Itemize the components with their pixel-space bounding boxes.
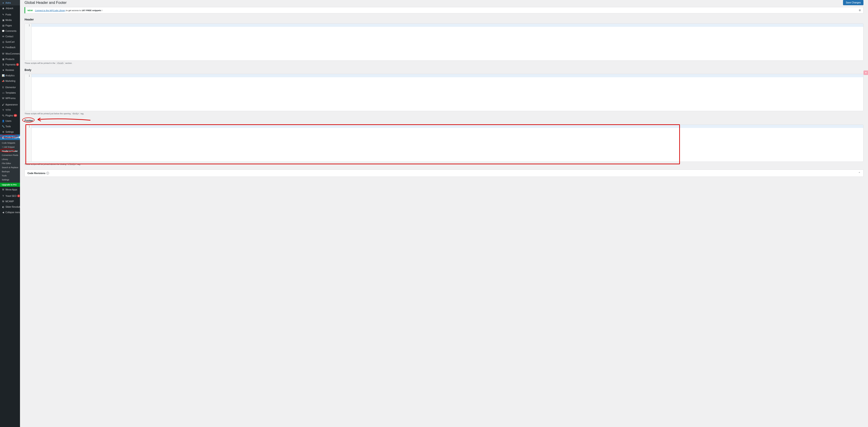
- red-arrow-annotation: [34, 116, 93, 123]
- wpforms-icon: W: [2, 97, 4, 99]
- submenu-conversion-pixels[interactable]: Conversion Pixels: [0, 153, 20, 157]
- submenu-backups[interactable]: Backups: [0, 170, 20, 174]
- code-content[interactable]: [32, 125, 863, 161]
- revisions-title: Code Revisions ?: [28, 172, 49, 175]
- submenu-file-editor[interactable]: File Editor: [0, 161, 20, 165]
- notice-bold-text: 187 FREE snippets: [82, 9, 101, 11]
- sidebar-item-pages[interactable]: ▤Pages: [0, 23, 20, 28]
- code-gutter: 1: [25, 125, 32, 161]
- submenu-tools[interactable]: Tools: [0, 174, 20, 178]
- submenu-header-footer[interactable]: Header & Footer: [0, 149, 20, 153]
- header-helper-text: These scripts will be printed in the <he…: [25, 62, 864, 64]
- plugin-icon: 🔌: [2, 114, 4, 117]
- wrench-icon: 🔧: [2, 125, 4, 128]
- notice-link[interactable]: Connect to the WPCode Library: [35, 9, 65, 11]
- footer-helper-text: These scripts will be printed above the …: [25, 163, 864, 165]
- feedback-icon: ✉: [2, 46, 4, 49]
- sidebar-item-media[interactable]: ▣Media: [0, 17, 20, 23]
- sidebar-item-tools[interactable]: 🔧Tools: [0, 124, 20, 129]
- sidebar-item-settings[interactable]: ⚙Settings: [0, 129, 20, 134]
- yith-icon: Y: [2, 109, 4, 111]
- sidebar-label: SureCart: [5, 41, 14, 43]
- sidebar-item-feedback[interactable]: ✉Feedback: [0, 44, 20, 50]
- sidebar-item-payments[interactable]: $Payments1: [0, 62, 20, 67]
- floating-ai-badge[interactable]: ✦: [864, 70, 868, 75]
- sidebar-item-appearance[interactable]: 🖌Appearance: [0, 102, 20, 107]
- sidebar-item-astra[interactable]: ● Astra: [0, 0, 20, 5]
- sidebar-group-builder: EElementor ▭Templates WWPForms: [0, 85, 20, 101]
- help-icon[interactable]: ?: [46, 172, 49, 175]
- sidebar-item-woocommerce[interactable]: WWooCommerce: [0, 51, 20, 56]
- payments-icon: $: [2, 63, 4, 66]
- sidebar-label: YITH: [5, 109, 11, 111]
- code-tag: </body>: [67, 163, 77, 166]
- sidebar-item-posts[interactable]: ✎Posts: [0, 12, 20, 17]
- sidebar-item-code-snippets[interactable]: ◧ Code Snippets: [0, 134, 20, 140]
- gear-icon: ⚙: [2, 130, 4, 133]
- sidebar-group-admin: 🖌Appearance YYITH 🔌Plugins16 👤Users 🔧Too…: [0, 102, 20, 134]
- notice-text: to get access to: [66, 9, 82, 11]
- sidebar-group-commerce: WWooCommerce ▦Products $Payments1 ★Revie…: [0, 51, 20, 84]
- code-content[interactable]: [32, 74, 863, 111]
- chevron-up-icon[interactable]: ⌃: [858, 172, 861, 175]
- sidebar-item-templates[interactable]: ▭Templates: [0, 90, 20, 95]
- sidebar-item-elementor[interactable]: EElementor: [0, 85, 20, 90]
- body-section-label: Body: [25, 68, 864, 71]
- footer-code-editor[interactable]: 1: [25, 125, 864, 162]
- products-icon: ▦: [2, 58, 4, 60]
- sidebar-item-yith[interactable]: YYITH: [0, 107, 20, 113]
- sidebar-item-jetpack[interactable]: ◉ Jetpack: [0, 5, 20, 11]
- sidebar-item-plugins[interactable]: 🔌Plugins16: [0, 113, 20, 118]
- notice-content: NEW! Connect to the WPCode Library to ge…: [28, 9, 102, 11]
- code-content[interactable]: [32, 24, 863, 60]
- submenu-add-snippet[interactable]: + Add Snippet: [0, 145, 20, 149]
- submenu-settings[interactable]: Settings: [0, 178, 20, 181]
- body-code-editor[interactable]: 1: [25, 74, 864, 111]
- sidebar-label: Settings: [5, 131, 13, 133]
- body-helper-text: These scripts will be printed just below…: [25, 113, 864, 115]
- main-content: Global Header and Footer Save Changes NE…: [20, 0, 868, 181]
- line-number: 1: [26, 74, 30, 77]
- code-tag: <body>: [71, 112, 80, 115]
- notice-text: !: [102, 9, 102, 11]
- sidebar-label: Feedback: [5, 46, 16, 49]
- code-tag: <head>: [56, 62, 65, 64]
- sidebar-item-comments[interactable]: 💬Comments: [0, 28, 20, 34]
- notice-new-badge: NEW!: [28, 9, 33, 11]
- sidebar-label: Jetpack: [5, 7, 13, 9]
- header-code-editor[interactable]: 1: [25, 23, 864, 61]
- sidebar-item-wpforms[interactable]: WWPForms: [0, 95, 20, 101]
- sidebar-label: Media: [5, 19, 11, 21]
- sidebar-label: Appearance: [5, 103, 18, 106]
- sidebar-label: Astra: [5, 2, 11, 4]
- notice-dismiss-icon[interactable]: ⊗: [859, 9, 861, 12]
- astra-icon: ●: [2, 1, 4, 4]
- sidebar-item-products[interactable]: ▦Products: [0, 56, 20, 62]
- sidebar-item-surecart[interactable]: ◎SureCart: [0, 39, 20, 44]
- footer-section-label: Footer: [25, 119, 33, 122]
- sidebar-label: Pages: [5, 24, 12, 27]
- sidebar-label: Payments: [5, 63, 16, 66]
- admin-sidebar: ● Astra ◉ Jetpack ✎Posts ▣Media ▤Pages 💬…: [0, 0, 20, 181]
- sidebar-item-analytics[interactable]: 📊Analytics: [0, 73, 20, 78]
- submenu-code-snippets[interactable]: Code Snippets: [0, 141, 20, 145]
- sidebar-item-contact[interactable]: ✉Contact: [0, 34, 20, 39]
- library-notice: NEW! Connect to the WPCode Library to ge…: [25, 7, 864, 13]
- sidebar-label: Comments: [5, 30, 17, 32]
- media-icon: ▣: [2, 19, 4, 21]
- analytics-icon: 📊: [2, 74, 4, 77]
- code-revisions-panel[interactable]: Code Revisions ? ⌃: [25, 170, 864, 177]
- line-number: 1: [26, 24, 30, 27]
- submenu-library[interactable]: Library: [0, 157, 20, 161]
- sidebar-label: Contact: [5, 35, 13, 38]
- sidebar-item-reviews[interactable]: ★Reviews: [0, 67, 20, 73]
- sidebar-item-users[interactable]: 👤Users: [0, 118, 20, 124]
- submenu-search-replace[interactable]: Search & Replace: [0, 165, 20, 170]
- save-changes-button[interactable]: Save Changes: [843, 0, 864, 5]
- header-section-label: Header: [25, 18, 864, 21]
- sidebar-item-marketing[interactable]: 📣Marketing: [0, 78, 20, 84]
- line-number: 1: [26, 125, 30, 128]
- sidebar-label: Analytics: [5, 74, 14, 77]
- user-icon: 👤: [2, 120, 4, 122]
- code-gutter: 1: [25, 74, 32, 111]
